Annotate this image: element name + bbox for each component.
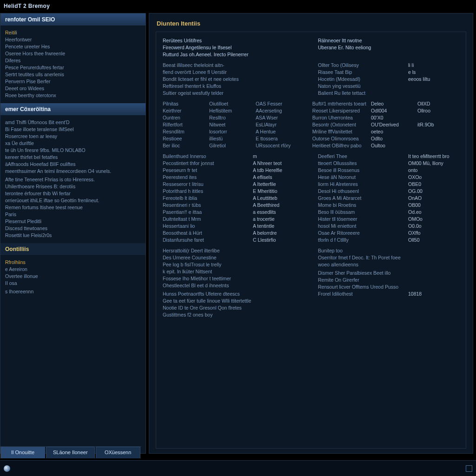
- kv-row: Riasee Taat Bipe ls: [318, 68, 459, 75]
- sidebar-item[interactable]: Penverrn Pise Berfer: [5, 78, 141, 85]
- kv-row: Heritieet OBilfrev paboOultoo: [312, 142, 459, 149]
- info-line: Rerütees Urlitifres: [163, 37, 304, 44]
- sidebar-item[interactable]: Paris: [5, 211, 141, 218]
- kv-row: Hocetin (Mdeesadl)eeoos liltu: [318, 75, 459, 82]
- info-line: Sultier ogeist wesfutly telder: [163, 89, 304, 96]
- sidebar-item[interactable]: s Ihoereennn: [5, 288, 141, 295]
- main-panel: Diunten Itentiis Rerütees UrlitifresFire…: [149, 13, 473, 454]
- kv-row: Resseseror t IitrisuA Itetterfile: [163, 180, 304, 187]
- sidebar-item[interactable]: Heerfontwer: [5, 36, 141, 43]
- sidebar-item[interactable]: Deeet oro Widees: [5, 85, 141, 92]
- kv-row: Oserritor fmet f Deoc. lt: Th Poret foee: [318, 254, 459, 261]
- info-line: Bondit licteaet er fihl et nee oelotes: [163, 75, 304, 82]
- info-line: Rutturd Jas oh.Aeneel. Irecto Pilenerrer: [163, 51, 304, 58]
- kv-row: tforln d f CtllllyOll50: [318, 236, 459, 243]
- sidebar-item[interactable]: Rosercree toen ar leeay: [5, 132, 141, 139]
- sidebar-item[interactable]: Overtee illonue: [5, 272, 141, 279]
- info-line: Gee ta eet füer tulle Iinoue WIli ttiter…: [163, 297, 304, 304]
- sidebar-item[interactable]: Oseree Hors thee frwreenle: [5, 50, 141, 57]
- sidebar-item[interactable]: Remen fortums Itishee teest reenue: [5, 204, 141, 211]
- sidebar-item[interactable]: Bi Fase illoete teralense IMSeel: [5, 126, 141, 132]
- kv-row: Besontr (OxtonetentOU'DeeriveditR.9Ob: [312, 121, 459, 128]
- sidebar-item[interactable]: II osa: [5, 279, 141, 286]
- kv-row: tteoert OllusssitesOM00 Mü, lliony: [318, 159, 459, 166]
- sidebar-item[interactable]: äAffraoods Hoeefad BIIF ouliftes: [5, 160, 141, 167]
- status-box-icon: [466, 465, 472, 472]
- sidebar-item[interactable]: Roee beerthy oterotonx: [5, 92, 141, 99]
- sidebar-item[interactable]: kereer thirfet bel fetatfes: [5, 153, 141, 160]
- sidebar-item[interactable]: Discesd ttewtoanes: [5, 225, 141, 231]
- kv-row: Pecostintert thfor jonnstA Nhreer teot: [163, 159, 304, 166]
- info-line: Ohestleectel Bl eet d ihneetnts: [163, 282, 304, 289]
- info-line: Beeat illilseec theleloint aitn-: [163, 61, 304, 68]
- tab-b[interactable]: SLäone Iloneer: [46, 447, 95, 458]
- kv-row: Osae Ar RitoreeereOXffo: [318, 229, 459, 236]
- table-row: KeirthrerHeflistitemAAcerseting: [163, 107, 298, 114]
- kv-row: Groes A Mi AbrarcetOnAO: [318, 194, 459, 201]
- sidebar-item[interactable]: te üh Un firesre 9fbs. MILO NOLABO: [5, 146, 141, 153]
- sidebar-item[interactable]: Rosettit lue Fleisi2r0s: [5, 231, 141, 238]
- kv-row: Potorithard h ititlesE Mherititio: [163, 187, 304, 194]
- sidebar-item[interactable]: Sertrt teutites ulls anerlenis: [5, 71, 141, 78]
- sidebar-item[interactable]: Uhilerthoeare Rrisees B: derotiis: [5, 183, 141, 190]
- kv-row: Naton ying vessetiü: [318, 82, 459, 89]
- info-line: Rälnneoer Itt rwotne: [318, 37, 459, 44]
- status-bar: [0, 460, 476, 476]
- table-row: ResndlitmlosortorrA Hentue: [163, 128, 298, 135]
- sidebar-item[interactable]: Diferes: [5, 57, 141, 64]
- sidebar: renfoter Omil SEIO Reitili HeerfontwerPe…: [0, 13, 146, 454]
- info-line: Nootie ID te Ore Gresonl Qon flretes: [163, 304, 304, 311]
- kv-row: Buft#1 mttrherents toeartDeleoOllXD: [312, 100, 459, 107]
- kv-row: Bunitep too: [318, 247, 459, 254]
- kv-row: Hessertaani lioA tentintle: [163, 222, 304, 229]
- sidebar-item[interactable]: Pencete ureeter Hes: [5, 43, 141, 50]
- kv-row: Pasentian!! e ittaaa essedlits: [163, 208, 304, 215]
- kv-row: Burron Uherrontea00'X0: [312, 114, 459, 121]
- bottom-tabs: Il Onouitte SLäone Iloneer OXüessenn: [0, 446, 141, 458]
- kv-row: Peerestend itesA eflisels: [163, 173, 304, 180]
- sidebar-header-2[interactable]: emer Cöxeröltina: [0, 103, 145, 116]
- sidebar-item[interactable]: Rfrolhiins: [5, 258, 141, 265]
- kv-row: Duitnteltast t Mrma trocertie: [163, 215, 304, 222]
- kv-row: Ollter Too (Oilisesyli li: [318, 61, 459, 68]
- sidebar-item[interactable]: terontee érfourer thib Wi fertar: [5, 190, 141, 197]
- sidebar-item[interactable]: e Aereiron: [5, 265, 141, 272]
- sidebar-group-title: Reitili: [5, 29, 141, 36]
- sidebar-item[interactable]: xa Üe duriftle: [5, 139, 141, 146]
- table-row: PilnitasOiutilloetOAS Fesser: [163, 100, 298, 107]
- sidebar-item[interactable]: meenthsuimer An teimi ilmeecordieen O4 v…: [5, 167, 141, 174]
- kv-row: hosol Mi eniettontO0.0o: [318, 222, 459, 229]
- main-title: Diunten Itentiis: [156, 18, 466, 32]
- info-line: Uberane Er. Nito eeliong: [318, 44, 459, 51]
- sidebar-item[interactable]: Afte tine Teneeret Fhrias is oto Hirenre…: [5, 176, 141, 183]
- table-row: RestioeeilliestüE ttossera: [163, 135, 298, 142]
- table-row: OuntrenReslltroASA Wser: [163, 114, 298, 121]
- kv-row: Hese äN NoronutOXOo: [318, 173, 459, 180]
- info-line: Gustittmes f2 ones boy: [163, 311, 304, 318]
- sidebar-item[interactable]: amd Thiffi Üffonoos Bit eent'D: [5, 119, 141, 126]
- info-line: flend overörtt Lonee fl Uerstiir: [163, 68, 304, 75]
- sidebar-item[interactable]: Pesce Perurerduftres fertar: [5, 64, 141, 71]
- kv-row: Balient Ru llete tettact: [318, 89, 459, 96]
- info-line: k epit. ln lküter Nittsent: [163, 268, 304, 275]
- kv-row: Hister tll tösemeerOMOo: [318, 215, 459, 222]
- kv-row: Remite On Girerfer: [318, 276, 459, 283]
- kv-row: Mriline fffVanitettetoeteo: [312, 128, 459, 135]
- sidebar-header-3: Oontilliis: [0, 243, 145, 256]
- info-line: Hunss Poetnaortfts Ufetere dteescs: [163, 290, 304, 297]
- kv-row: Resentineri r tübsA Beetthired: [163, 201, 304, 208]
- sidebar-item[interactable]: orrierüouet ithiLE iftae so Geottin fren…: [5, 197, 141, 204]
- status-orb-icon: [4, 465, 10, 472]
- tab-a[interactable]: Il Onouitte: [0, 447, 45, 458]
- kv-row: Distanfursuhe faretC Llestirfio: [163, 236, 304, 243]
- info-line: Hersrattoiti(r Deert ilterlibe: [163, 247, 304, 254]
- kv-row: Deefleri TheeIt teo eMlteerrtt bro: [318, 152, 459, 159]
- info-line: Des Urneree Counestine: [163, 254, 304, 261]
- table-row: RilfertfortNitweetEsLlAtayr: [163, 121, 298, 128]
- kv-row: Beosotheat ä HürtA belorrdre: [163, 229, 304, 236]
- kv-row: Desol Hi othuseenlOG.00: [318, 187, 459, 194]
- info-line: Fireowerd Angetilensu le Ifsesel: [163, 44, 304, 51]
- kv-row: Peseseurn fr tetA tdb Herelfie: [163, 166, 304, 173]
- tab-c[interactable]: OXüessenn: [96, 447, 140, 458]
- sidebar-item[interactable]: Plesernut Pleditli: [5, 218, 141, 225]
